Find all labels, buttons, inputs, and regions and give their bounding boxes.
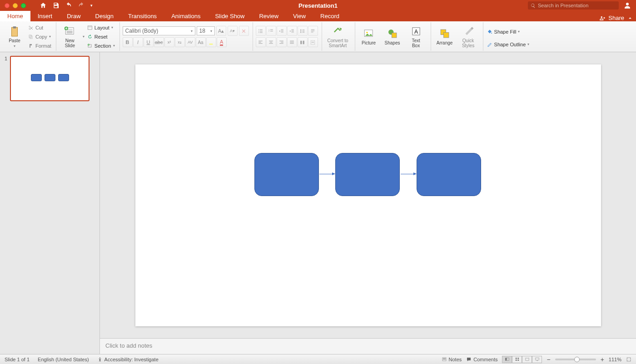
convert-smartart-button[interactable]: Convert to SmartArt bbox=[325, 23, 351, 50]
superscript-button[interactable]: x² bbox=[164, 37, 174, 47]
qat-customize-dropdown[interactable]: ▾ bbox=[90, 3, 93, 8]
shape-outline-button[interactable]: Shape Outline▾ bbox=[486, 40, 531, 49]
close-window-button[interactable] bbox=[5, 3, 10, 8]
arrow-connector-2[interactable] bbox=[401, 174, 416, 174]
underline-button[interactable]: U bbox=[144, 37, 154, 47]
zoom-in-button[interactable]: + bbox=[601, 356, 604, 363]
bold-button[interactable]: B bbox=[123, 37, 133, 47]
tab-slideshow[interactable]: Slide Show bbox=[208, 11, 252, 21]
slideshow-view-button[interactable] bbox=[532, 356, 542, 363]
notes-toggle[interactable]: Notes bbox=[442, 357, 462, 362]
align-text-button[interactable] bbox=[308, 37, 318, 47]
tab-view[interactable]: View bbox=[286, 11, 313, 21]
tab-animations[interactable]: Animations bbox=[164, 11, 208, 21]
align-vert-icon bbox=[310, 39, 316, 45]
line-spacing-button[interactable] bbox=[298, 26, 308, 36]
paste-button[interactable]: Paste ▾ bbox=[4, 23, 25, 50]
minimize-window-button[interactable] bbox=[13, 3, 18, 8]
highlight-icon bbox=[208, 39, 214, 45]
columns-button[interactable] bbox=[298, 37, 308, 47]
user-account-icon[interactable] bbox=[623, 1, 631, 10]
tab-home[interactable]: Home bbox=[0, 11, 30, 21]
language-indicator[interactable]: English (United States) bbox=[38, 357, 89, 362]
subscript-button[interactable]: x₂ bbox=[175, 37, 185, 47]
change-case-button[interactable]: Aa bbox=[196, 37, 206, 47]
picture-button[interactable]: Picture bbox=[358, 23, 380, 50]
zoom-out-button[interactable]: − bbox=[547, 356, 550, 363]
section-button[interactable]: Section▾ bbox=[86, 42, 116, 50]
normal-view-button[interactable] bbox=[502, 356, 512, 363]
collapse-ribbon-icon[interactable] bbox=[627, 15, 633, 21]
align-right-button[interactable] bbox=[277, 37, 287, 47]
increase-font-button[interactable]: A▴ bbox=[216, 26, 226, 36]
slide-counter[interactable]: Slide 1 of 1 bbox=[5, 357, 30, 362]
justify-button[interactable] bbox=[287, 37, 297, 47]
layout-button[interactable]: Layout▾ bbox=[86, 24, 116, 32]
notes-pane[interactable]: Click to add notes bbox=[100, 338, 636, 354]
font-color-button[interactable]: A bbox=[217, 37, 227, 47]
decrease-font-button[interactable]: A▾ bbox=[228, 26, 238, 36]
reset-button[interactable]: Reset bbox=[86, 33, 116, 41]
clear-formatting-button[interactable] bbox=[239, 26, 249, 36]
font-name-select[interactable]: Calibri (Body)▾ bbox=[123, 26, 195, 35]
italic-button[interactable]: I bbox=[133, 37, 143, 47]
rounded-rectangle-shape-1[interactable] bbox=[254, 153, 319, 196]
comments-toggle[interactable]: Comments bbox=[466, 357, 497, 362]
slide-1[interactable] bbox=[135, 64, 601, 326]
normal-view-icon bbox=[505, 357, 510, 362]
tab-design[interactable]: Design bbox=[88, 11, 121, 21]
svg-point-1 bbox=[601, 16, 603, 18]
numbering-button[interactable]: 12 bbox=[266, 26, 276, 36]
new-slide-dropdown[interactable]: ▾ bbox=[83, 34, 84, 39]
svg-rect-20 bbox=[260, 30, 263, 31]
strikethrough-button[interactable]: abc bbox=[154, 37, 164, 47]
rounded-rectangle-shape-3[interactable] bbox=[417, 153, 481, 196]
section-icon bbox=[87, 43, 93, 49]
tab-review[interactable]: Review bbox=[252, 11, 286, 21]
tab-transitions[interactable]: Transitions bbox=[121, 11, 164, 21]
tab-record[interactable]: Record bbox=[313, 11, 347, 21]
rounded-rectangle-shape-2[interactable] bbox=[335, 153, 400, 196]
increase-indent-button[interactable] bbox=[287, 26, 297, 36]
text-direction-button[interactable] bbox=[308, 26, 318, 36]
textbox-button[interactable]: A Text Box bbox=[405, 23, 427, 50]
align-center-button[interactable] bbox=[266, 37, 276, 47]
zoom-slider[interactable] bbox=[555, 359, 596, 360]
quick-styles-icon bbox=[462, 25, 474, 37]
shape-fill-button[interactable]: Shape Fill▾ bbox=[486, 28, 531, 36]
svg-point-4 bbox=[29, 26, 30, 27]
font-size-select[interactable]: 18▾ bbox=[197, 26, 215, 35]
reading-view-button[interactable] bbox=[522, 356, 532, 363]
sorter-view-button[interactable] bbox=[512, 356, 522, 363]
decrease-indent-button[interactable] bbox=[277, 26, 287, 36]
cut-button[interactable]: Cut bbox=[27, 24, 52, 32]
arrange-button[interactable]: Arrange bbox=[434, 23, 456, 50]
new-slide-button[interactable]: New Slide bbox=[59, 23, 81, 50]
home-icon[interactable] bbox=[40, 2, 47, 9]
slide-canvas-area[interactable] bbox=[100, 52, 636, 338]
arrow-connector-1[interactable] bbox=[319, 174, 335, 174]
quick-styles-button[interactable]: Quick Styles bbox=[457, 23, 479, 50]
shapes-button[interactable]: Shapes bbox=[382, 23, 403, 50]
tab-insert[interactable]: Insert bbox=[30, 11, 60, 21]
bullets-button[interactable] bbox=[256, 26, 266, 36]
align-left-button[interactable] bbox=[256, 37, 266, 47]
maximize-window-button[interactable] bbox=[21, 3, 26, 8]
undo-icon[interactable] bbox=[65, 2, 72, 9]
save-icon[interactable] bbox=[52, 2, 60, 9]
fit-to-window-button[interactable] bbox=[626, 357, 631, 362]
redo-icon[interactable] bbox=[78, 2, 85, 9]
tab-draw[interactable]: Draw bbox=[60, 11, 88, 21]
copy-button[interactable]: Copy▾ bbox=[27, 33, 52, 41]
search-input[interactable]: Search in Presentation bbox=[528, 1, 619, 10]
layout-icon bbox=[87, 25, 93, 30]
svg-rect-38 bbox=[290, 43, 294, 44]
zoom-level[interactable]: 111% bbox=[609, 357, 621, 362]
highlight-button[interactable] bbox=[206, 37, 216, 47]
character-spacing-button[interactable]: AV bbox=[185, 37, 195, 47]
format-painter-button[interactable]: Format bbox=[27, 42, 52, 50]
sorter-view-icon bbox=[515, 357, 520, 362]
accessibility-checker[interactable]: Accessibility: Investigate bbox=[97, 357, 159, 362]
share-button[interactable]: Share bbox=[608, 15, 624, 21]
slide-thumbnail-1[interactable] bbox=[10, 56, 89, 101]
